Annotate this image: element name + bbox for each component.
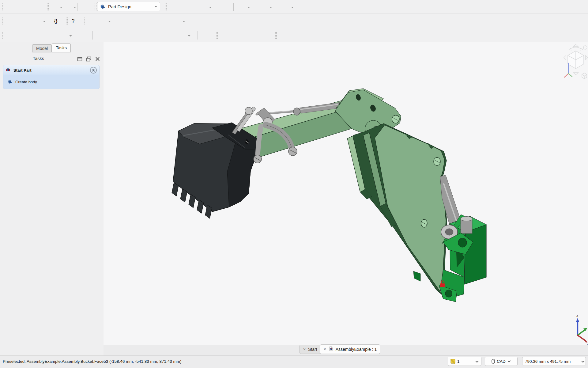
open-document-button[interactable] <box>19 2 28 12</box>
create-group-button[interactable] <box>20 17 29 26</box>
toolbar-grip <box>66 17 68 25</box>
shapebinder-button[interactable] <box>145 17 155 26</box>
validate-sketch-button[interactable] <box>118 17 127 26</box>
nav-style-selector[interactable]: CAD <box>485 357 518 366</box>
dimension-selector[interactable]: 790.36 mm x 491.75 mm <box>522 357 586 366</box>
dropdown-arrow-icon[interactable] <box>69 35 72 37</box>
workbench-selector[interactable]: Part Design <box>97 2 160 11</box>
additive-pipe-button[interactable] <box>38 31 47 40</box>
refresh-button[interactable] <box>82 2 91 12</box>
viewport-3d[interactable]: zyx ✕Start✕AssemblyExample : 1 <box>104 42 588 355</box>
redo-button[interactable] <box>64 2 73 12</box>
fillet-button[interactable] <box>219 31 228 40</box>
mannequin-button[interactable] <box>132 17 141 26</box>
panel-tab-model[interactable]: Model <box>32 44 52 52</box>
pad-button[interactable] <box>5 31 14 40</box>
toolbar-separator <box>233 3 234 11</box>
status-bar: Preselected: AssemblyExample.Assembly.Bu… <box>0 355 588 368</box>
chamfer-button[interactable] <box>233 31 242 40</box>
dropdown-arrow-icon[interactable] <box>183 21 185 22</box>
workbench-dropdown-arrow <box>154 6 157 8</box>
additive-helix-button[interactable] <box>49 31 58 40</box>
export-button[interactable] <box>33 17 43 26</box>
toolbar-area: Part Design {}? <box>0 0 588 42</box>
start-part-header[interactable]: Start Part <box>3 65 99 75</box>
dropdown-arrow-icon[interactable] <box>270 6 272 8</box>
toolbar-grip <box>2 17 4 25</box>
subtractive-helix-button[interactable] <box>165 31 174 40</box>
dropdown-arrow-icon[interactable] <box>291 6 294 8</box>
new-document-button[interactable] <box>6 2 15 12</box>
excavator-model: zyx <box>104 42 588 355</box>
layer-color-icon <box>450 359 455 364</box>
mdi-tab-assembly[interactable]: ✕AssemblyExample : 1 <box>320 344 380 354</box>
toolbar-row-file: Part Design <box>0 0 588 14</box>
create-sketch-button[interactable] <box>99 17 108 26</box>
mouse-icon <box>492 359 495 364</box>
dropdown-arrow-icon[interactable] <box>74 6 76 8</box>
float-panel-icon[interactable] <box>86 56 91 62</box>
dock-panel-icon[interactable] <box>77 56 82 62</box>
dropdown-arrow-icon[interactable] <box>108 21 111 22</box>
subtractive-pipe-button[interactable] <box>151 31 160 40</box>
toolbar-grip <box>216 32 218 40</box>
boolean-compound-button[interactable] <box>319 31 328 40</box>
toolbar-separator <box>198 31 198 40</box>
dropdown-arrow-icon[interactable] <box>43 21 46 22</box>
whats-this-button[interactable]: ? <box>69 17 78 26</box>
start-part-card: Start Part Create body <box>3 65 100 89</box>
sync-view-button[interactable] <box>281 2 291 12</box>
save-document-button[interactable] <box>32 2 41 12</box>
panel-tab-tasks[interactable]: Tasks <box>52 44 71 52</box>
additive-loft-button[interactable] <box>27 31 36 40</box>
expression-button[interactable]: {} <box>51 17 60 26</box>
hole-button[interactable] <box>111 31 120 40</box>
create-body-item[interactable]: Create body <box>3 75 99 85</box>
fit-selection-button[interactable] <box>183 2 193 12</box>
toolbar-grip <box>94 3 96 11</box>
draft-button[interactable] <box>246 31 255 40</box>
dropdown-arrow-icon[interactable] <box>209 6 212 8</box>
additive-primitive-button[interactable] <box>60 31 69 40</box>
pocket-button[interactable] <box>98 31 107 40</box>
toggle-navigation-button[interactable] <box>238 2 247 12</box>
close-tab-icon[interactable]: ✕ <box>303 347 306 351</box>
toolbar-row-structure: {}? <box>0 14 588 28</box>
create-body-button[interactable] <box>86 17 96 26</box>
box-element-selection-button[interactable] <box>260 2 269 12</box>
create-part-button[interactable] <box>6 17 15 26</box>
fit-all-button[interactable] <box>170 2 179 12</box>
dressup-sphere-button[interactable] <box>202 31 211 40</box>
clone-button[interactable] <box>159 17 168 26</box>
close-panel-icon[interactable] <box>95 56 100 62</box>
boolean-cut-button[interactable] <box>293 31 302 40</box>
dropdown-arrow-icon[interactable] <box>60 6 62 8</box>
toolbar-grip <box>164 3 167 11</box>
subtractive-loft-button[interactable] <box>138 31 147 40</box>
dropdown-arrow-icon[interactable] <box>188 35 190 37</box>
start-part-title: Start Part <box>13 68 88 73</box>
boolean-common-button[interactable] <box>306 31 315 40</box>
toolbar-row-partdesign <box>0 28 588 42</box>
layer-selector[interactable]: 1 <box>448 357 481 366</box>
undo-button[interactable] <box>50 2 59 12</box>
panel-title: Tasks <box>33 56 44 61</box>
isometric-view-button[interactable] <box>199 2 209 12</box>
revolution-button[interactable] <box>16 31 25 40</box>
toolbar-separator <box>77 3 77 11</box>
thickness-button[interactable] <box>260 31 270 40</box>
measure-button[interactable] <box>303 2 312 12</box>
clipping-plane-button[interactable] <box>221 2 230 12</box>
mdi-tab-start[interactable]: ✕Start <box>300 345 321 354</box>
toolbar-grip <box>82 17 85 25</box>
dropdown-arrow-icon[interactable] <box>247 6 250 8</box>
svg-text:z: z <box>576 313 578 318</box>
groove-button[interactable] <box>124 31 134 40</box>
boolean-union-button[interactable] <box>279 31 288 40</box>
freecad-window: { "toolbar": { "workbench": { "label": "… <box>0 0 588 368</box>
toolbar-grip <box>275 32 277 40</box>
collapse-section-button[interactable] <box>90 67 97 74</box>
datum-button[interactable] <box>173 17 182 26</box>
subtractive-primitive-button[interactable] <box>178 31 187 40</box>
close-tab-icon[interactable]: ✕ <box>323 347 326 351</box>
